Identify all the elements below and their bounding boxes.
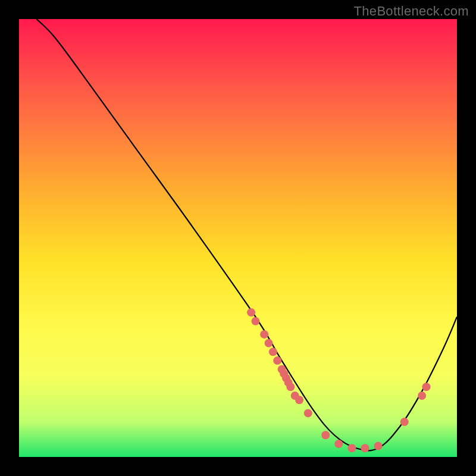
- chart-svg: [19, 19, 457, 457]
- data-point: [265, 339, 273, 347]
- bottleneck-curve: [36, 19, 457, 450]
- data-point: [347, 444, 356, 452]
- data-point: [295, 396, 303, 404]
- data-point: [334, 440, 343, 448]
- data-point: [260, 330, 268, 339]
- data-point: [374, 442, 383, 450]
- data-point: [251, 317, 259, 325]
- data-point: [361, 444, 369, 452]
- data-point: [422, 383, 430, 391]
- outer-frame: TheBottleneck.com: [0, 0, 476, 476]
- data-point: [321, 431, 330, 439]
- data-point: [400, 418, 409, 426]
- watermark-text: TheBottleneck.com: [354, 4, 469, 19]
- data-point: [273, 356, 281, 365]
- data-points: [247, 308, 430, 452]
- data-point: [247, 308, 255, 317]
- plot-area: [19, 19, 457, 457]
- data-point: [304, 409, 312, 417]
- data-point: [269, 347, 277, 356]
- data-point: [286, 383, 295, 391]
- data-point: [418, 392, 426, 400]
